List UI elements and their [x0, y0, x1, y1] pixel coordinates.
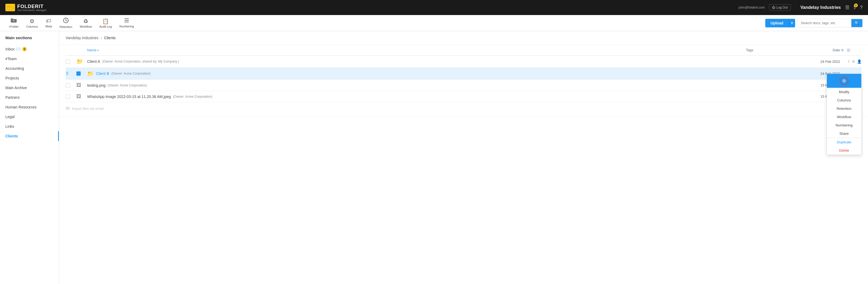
import-row: ✉ Import files via email	[66, 102, 862, 115]
logo-text: FOLDERIT	[17, 4, 47, 9]
list-view-button[interactable]: ≡	[840, 47, 845, 53]
logout-button[interactable]: ⏻ Log Out	[769, 4, 791, 11]
columns-button[interactable]: ⚙ Columns	[23, 16, 41, 30]
sidebar-item-main-archive[interactable]: Main Archive	[0, 83, 59, 93]
table-row[interactable]: 📁 Client A (Owner: Acme Corporation, sha…	[66, 56, 862, 68]
header-name-col[interactable]: Name ▾	[87, 48, 746, 52]
inbox-email-icon: ✉️	[16, 47, 21, 51]
hamburger-menu-button[interactable]: ☰	[845, 5, 849, 10]
row-type-icon: 📁	[76, 58, 87, 65]
row-drag-handle[interactable]: ⠿	[66, 71, 76, 76]
row-checkbox[interactable]	[76, 71, 81, 76]
company-name: Vandelay Industries	[801, 5, 841, 10]
search-input[interactable]	[798, 19, 851, 27]
upload-button[interactable]: Upload	[765, 19, 789, 27]
sidebar-item-accounting[interactable]: Accounting	[0, 64, 59, 73]
toolbar-right: Upload ▾ 🔍	[765, 19, 863, 27]
row-actions: ⇪ ⚙ 👤	[840, 59, 862, 64]
context-menu-item-columns[interactable]: Columns	[827, 96, 861, 104]
retention-button[interactable]: Retention	[56, 16, 75, 30]
share-button[interactable]: ⇪ 1	[853, 5, 857, 10]
add-folder-button[interactable]: + +Folder	[5, 16, 22, 30]
file-icon: 🖼	[76, 82, 81, 88]
email-icon: ✉	[66, 106, 70, 111]
audit-log-button[interactable]: 📋 Audit Log	[96, 16, 115, 30]
sidebar-item-partners[interactable]: Partners	[0, 93, 59, 102]
sidebar-item-clients[interactable]: Clients	[0, 131, 59, 141]
drag-handle-icon: ⠿	[66, 71, 69, 76]
columns-icon: ⚙	[30, 18, 34, 25]
sort-arrow-icon: ▾	[97, 49, 99, 52]
sidebar-item-links[interactable]: Links	[0, 121, 59, 131]
row-checkbox[interactable]	[66, 95, 70, 99]
context-menu-item-workflow[interactable]: Workflow	[827, 113, 861, 121]
sidebar-item-legal[interactable]: Legal	[0, 112, 59, 121]
row-checkbox[interactable]	[66, 83, 70, 87]
context-menu: ⚙ Modify Columns Retention Workflow Numb…	[827, 74, 862, 155]
upload-area: Upload ▾	[765, 19, 795, 27]
numbering-button[interactable]: Numbering	[116, 16, 137, 30]
context-menu-item-retention[interactable]: Retention	[827, 104, 861, 113]
sidebar-item-label: Inbox	[5, 47, 14, 51]
settings-action-icon[interactable]: ⚙	[852, 59, 855, 64]
context-menu-item-duplicate[interactable]: Duplicate	[827, 138, 861, 146]
logo-icon	[5, 4, 15, 11]
folder-add-icon: +	[11, 18, 17, 25]
breadcrumb-parent[interactable]: Vandelay Industries	[66, 36, 98, 40]
share-action-icon[interactable]: ⇪	[847, 59, 850, 64]
numbering-icon	[124, 18, 129, 24]
toolbar-left: + +Folder ⚙ Columns 🏷 Meta Retention ♻ W…	[5, 16, 137, 30]
context-menu-item-modify[interactable]: Modify	[827, 88, 861, 96]
sidebar-item-inbox[interactable]: Inbox ✉️ 0	[0, 44, 59, 54]
file-list-header: Name ▾ Tags Date ≡ ⊞	[66, 45, 862, 56]
row-checkbox[interactable]	[66, 59, 70, 64]
row-name: 📁 Client B (Owner: Acme Corporation)	[87, 70, 746, 77]
file-icon: 🖼	[76, 94, 81, 99]
meta-button[interactable]: 🏷 Meta	[42, 16, 55, 30]
header-actions-col: ≡ ⊞	[840, 47, 862, 53]
row-name: WhatsApp Image 2022-03-15 at 11.20.36 AM…	[87, 95, 746, 99]
user-email: john@folderit.com	[739, 6, 765, 9]
notification-badge: 1	[854, 3, 858, 7]
row-checkbox-area	[66, 83, 76, 87]
sidebar-item-team[interactable]: #Team	[0, 54, 59, 64]
workflow-button[interactable]: ♻ Workflow	[76, 16, 95, 30]
audit-log-icon: 📋	[102, 18, 109, 25]
row-date: 24 Feb 2022	[800, 60, 840, 64]
header-tags-col: Tags	[746, 48, 800, 52]
search-button[interactable]: 🔍	[851, 19, 862, 27]
sidebar-item-label: Projects	[5, 76, 19, 80]
row-type-icon: 🖼	[76, 82, 87, 88]
sidebar-item-label: Links	[5, 124, 14, 129]
table-row[interactable]: 🖼 testing.png (Owner: Acme Corporation) …	[66, 80, 862, 91]
toolbar: + +Folder ⚙ Columns 🏷 Meta Retention ♻ W…	[0, 15, 868, 31]
sidebar-title: Main sections	[0, 35, 59, 44]
file-list: Name ▾ Tags Date ≡ ⊞ 📁	[59, 45, 868, 115]
context-menu-item-share[interactable]: Share	[827, 130, 861, 138]
folder-icon: 📁	[87, 70, 94, 77]
sidebar-item-label: Partners	[5, 95, 20, 100]
upload-dropdown-button[interactable]: ▾	[789, 19, 795, 27]
table-row[interactable]: ⠿ 📁 Client B (Owner: Acme Corporation) 2…	[66, 68, 862, 80]
content-footer: 6 files and 4 folders (1.1 M 1.8 GB of 2…	[59, 117, 868, 133]
file-name-text: Client B	[96, 71, 109, 76]
context-menu-header: ⚙	[827, 74, 861, 88]
retention-icon	[63, 17, 69, 25]
svg-text:+: +	[13, 19, 14, 22]
sidebar: Main sections Inbox ✉️ 0 #Team Accountin…	[0, 31, 59, 284]
file-name-text: testing.png	[87, 83, 106, 87]
file-name-text: WhatsApp Image 2022-03-15 at 11.20.36 AM…	[87, 95, 171, 99]
sidebar-item-human-resources[interactable]: Human Resources	[0, 102, 59, 112]
table-row[interactable]: 🖼 WhatsApp Image 2022-03-15 at 11.20.36 …	[66, 91, 862, 102]
breadcrumb-separator: ›	[100, 35, 102, 40]
sidebar-item-projects[interactable]: Projects	[0, 73, 59, 83]
help-button[interactable]: ?	[860, 5, 863, 10]
context-menu-item-delete[interactable]: Delete	[827, 146, 861, 154]
row-name: testing.png (Owner: Acme Corporation)	[87, 83, 746, 87]
user-action-icon[interactable]: 👤	[857, 59, 862, 64]
file-owner-text: (Owner: Acme Corporation, shared by: My …	[102, 60, 179, 63]
grid-view-button[interactable]: ⊞	[846, 47, 851, 53]
context-menu-item-numbering[interactable]: Numbering	[827, 121, 861, 130]
sidebar-item-label: Legal	[5, 115, 14, 119]
sidebar-item-label: Clients	[5, 134, 18, 138]
